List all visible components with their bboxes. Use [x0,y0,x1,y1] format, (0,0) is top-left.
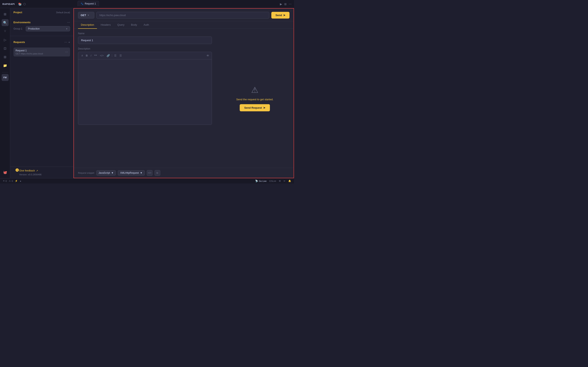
sidebar-icon-search[interactable]: 🔍 [2,19,9,26]
snippet-bar: Request snippet JavaScript ▼ XMLHttpRequ… [74,168,294,178]
wifi-icon: 📡 [255,180,258,182]
environments-section: Environments ⋯ Group 1 Production ▼ [10,18,73,35]
bottom-layout-icon[interactable]: ⊞ [279,180,281,182]
sidebar-icon-folder[interactable]: 📁 [2,62,9,69]
tab-description[interactable]: Description [78,21,97,29]
request-item-more-icon[interactable]: ⋯ [65,50,68,54]
send-button[interactable]: Send ➤ [271,12,290,18]
send-request-label: Send Request [244,106,262,109]
tab-auth[interactable]: Auth [141,21,152,29]
sidebar-icon-run[interactable]: ▷ [2,36,9,43]
env-selected: Production [28,27,40,30]
env-header: Environments ⋯ [13,21,70,24]
snippet-lang-arrow-icon: ▼ [111,171,114,174]
run-icon[interactable]: ▶ [280,2,282,6]
bottom-dot[interactable]: ● [20,180,21,182]
send-label: Send [276,14,282,17]
name-label: Name [78,32,212,35]
snippet-lang-dropdown[interactable]: JavaScript ▼ [96,170,116,175]
env-more-icon[interactable]: ⋯ [67,21,70,24]
send-request-button[interactable]: Send Request ➤ [240,104,270,111]
sidebar-icon-home[interactable]: ⊞ [2,11,9,17]
snippet-lib-dropdown[interactable]: XMLHttpRequest ▼ [118,170,145,175]
tab-query[interactable]: Query [114,21,127,29]
active-tab[interactable]: 🐾 Request 1 [78,1,99,6]
toolbar-bold-icon[interactable]: B [85,54,88,58]
sidebar-icon-octopus[interactable]: 🐙 [2,169,9,176]
requests-header: Requests ⋯ + [13,41,70,44]
request-item-name: Request 1 [16,49,65,52]
requests-actions: ⋯ + [64,41,70,44]
project-label: Project [13,11,22,14]
tab-paw-icon: 🐾 [81,2,84,5]
toolbar-quote-icon[interactable]: ❝❝ [93,54,98,58]
project-row: Project Default (local) [13,11,70,14]
toolbar-heading-icon[interactable]: # [81,54,84,58]
env-dropdown-arrow-icon: ▼ [66,28,68,30]
layout-icon[interactable]: ⊞ [284,2,287,6]
env-actions: ⋯ [67,21,70,24]
bottom-broadcast-icon[interactable]: ⊳ [284,180,285,182]
request-item-url: GET https://echo.paw.cloud [16,52,65,55]
send-arrow-icon: ➤ [283,14,285,17]
snippet-code-btn[interactable]: </> [147,170,153,176]
toolbar-preview-icon[interactable]: 👁 [207,54,209,57]
env-label: Environments [13,21,31,24]
sidebar-icon-fm[interactable]: FM [2,74,9,81]
left-panel: Name Description # B I ❝❝ </> 🔗 ☰ ☰ 👁 [74,29,216,168]
env-group-row: Group 1 Production ▼ [13,26,70,31]
bottom-warnings: ⚠ 0 [9,180,13,182]
sidebar-icon-grid[interactable]: ⊞ [2,53,9,60]
more-icon[interactable]: ⋯ [289,2,292,6]
editor-toolbar: # B I ❝❝ </> 🔗 ☰ ☰ 👁 [78,52,212,59]
sidebar-icons-bottom: 🐙 [2,169,9,176]
requests-add-icon[interactable]: + [68,41,70,44]
snippet-label: Request snippet [78,172,94,174]
url-input[interactable] [96,12,269,18]
sidebar-icon-monitor[interactable]: ⊡ [2,45,9,52]
tab-headers[interactable]: Headers [98,21,113,29]
share-icon[interactable]: ⬡ [23,2,26,6]
warning-icon: ⚠ [9,180,11,182]
main-layout: ⊞ 🔍 ⑂ ▷ ⊡ ⊞ 📁 FM 🐙 Project Default (loca… [0,8,294,178]
tab-label: Request 1 [85,2,96,5]
library-icon[interactable]: 📚 [18,2,22,6]
editor-body[interactable] [78,59,212,125]
topbar: RAPIDAPI 📚 ⬡ 🐾 Request 1 ▶ ⊞ ⋯ [0,0,294,8]
requests-more-icon[interactable]: ⋯ [64,41,67,44]
snippet-copy-btn[interactable]: ⧉ [155,170,160,176]
eslint-btn[interactable]: ESLint [269,180,276,182]
requests-header-section: Requests ⋯ + [10,38,73,48]
method-dropdown[interactable]: GET ▼ [78,12,94,18]
bottom-lightning[interactable]: ⚡ [15,180,18,182]
main-content: GET ▼ Send ➤ Description Headers Query B… [73,8,294,178]
toolbar-ol-icon[interactable]: ☰ [119,54,123,58]
tab-body[interactable]: Body [128,21,140,29]
give-feedback-link[interactable]: Give feedback [19,169,35,172]
go-live-label: Go Live [259,180,267,182]
app-logo: RAPIDAPI [2,3,15,5]
go-live-btn[interactable]: 📡 Go Live [255,180,267,182]
bottom-bar: ✕ 0 ⚠ 0 ⚡ ● 📡 Go Live ESLint ⊞ ⊳ 🔔 [0,178,294,184]
name-input[interactable] [78,36,212,44]
env-dropdown[interactable]: Production ▼ [26,26,70,31]
error-count: 0 [6,180,7,182]
sidebar-icon-git[interactable]: ⑂ [2,28,9,35]
request-item[interactable]: Request 1 GET https://echo.paw.cloud ⋯ [13,48,70,57]
give-feedback-row: Give feedback ↗ [13,169,70,172]
sidebar-icons: ⊞ 🔍 ⑂ ▷ ⊡ ⊞ 📁 FM 🐙 [0,8,10,178]
bottom-bell-icon[interactable]: 🔔 [288,180,291,182]
send-hint-text: Send the request to get started. [236,98,273,101]
toolbar-code-icon[interactable]: </> [99,54,104,58]
dot-icon: ● [20,180,21,182]
toolbar-ul-icon[interactable]: ☰ [113,54,117,58]
toolbar-italic-icon[interactable]: I [90,54,92,58]
content-area: Name Description # B I ❝❝ </> 🔗 ☰ ☰ 👁 [74,29,294,168]
warning-count: 0 [12,180,13,182]
right-panel: ⚠ Send the request to get started. Send … [216,29,294,168]
toolbar-link-icon[interactable]: 🔗 [106,54,111,58]
divider-1 [10,36,73,36]
description-editor: # B I ❝❝ </> 🔗 ☰ ☰ 👁 [78,52,212,125]
method-dropdown-arrow-icon: ▼ [87,14,89,16]
snippet-lib-arrow-icon: ▼ [140,171,143,174]
